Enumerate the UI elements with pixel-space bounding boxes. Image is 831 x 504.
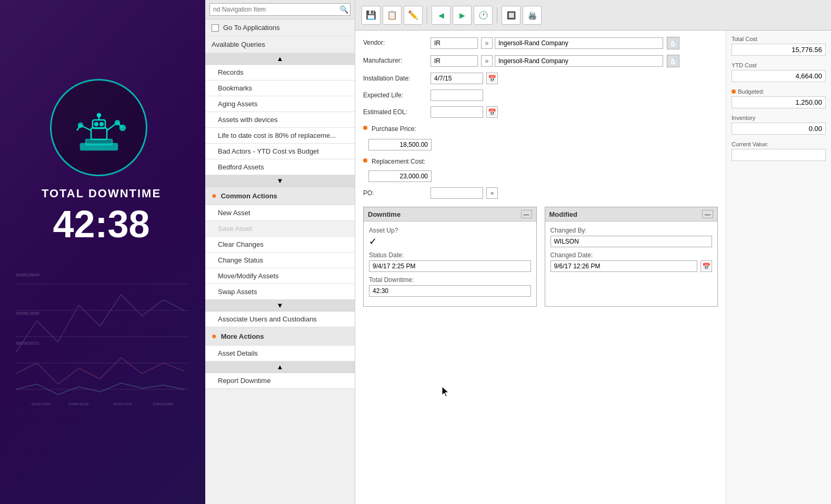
nav-item-go-to-applications[interactable]: Go To Applications [205, 19, 355, 36]
changed-date-input[interactable] [550, 260, 698, 272]
chevron-up-icon-3: ▲ [277, 363, 284, 371]
purchase-price-input[interactable] [368, 139, 432, 150]
navigation-panel: 🔍 Go To Applications Available Queries ▲… [205, 0, 355, 504]
nav-item-new-asset[interactable]: New Asset [205, 205, 355, 221]
purchase-price-label: Purchase Price: [372, 123, 416, 133]
copy-button[interactable]: 📋 [383, 6, 402, 25]
downtime-panel-collapse-button[interactable]: — [521, 210, 532, 218]
svg-point-11 [95, 123, 98, 126]
budgeted-label: Budgeted: [738, 88, 764, 95]
expected-life-input[interactable] [430, 89, 483, 101]
svg-text:01150.27319: 01150.27319 [32, 402, 51, 406]
go-to-applications-label: Go To Applications [223, 24, 279, 32]
nav-item-records[interactable]: Records [205, 65, 355, 80]
expected-life-row: Expected Life: [363, 89, 718, 101]
history-button[interactable]: 🕐 [474, 6, 493, 25]
manufacturer-code-input[interactable] [430, 55, 478, 67]
print-button[interactable]: 🖨️ [523, 6, 542, 25]
scroll-up-btn[interactable]: ▲ [205, 53, 355, 65]
budgeted-required-dot [732, 89, 736, 94]
nav-search-icon[interactable]: 🔍 [339, 5, 348, 14]
vendor-row: Vendor: » 📄 [363, 37, 718, 49]
manufacturer-lookup-button[interactable]: » [481, 55, 493, 67]
vendor-name-input[interactable] [495, 37, 663, 49]
copy-icon: 📋 [387, 10, 397, 20]
chevron-down-icon-2: ▼ [277, 301, 284, 309]
checkbox-go-to-applications[interactable] [212, 24, 219, 32]
robot-circle [50, 79, 147, 176]
nav-section-more-actions: ● More Actions [205, 327, 355, 346]
nav-item-bookmarks[interactable]: Bookmarks [205, 80, 355, 96]
available-queries-label: Available Queries [212, 41, 265, 48]
nav-item-move-modify[interactable]: Move/Modify Assets [205, 268, 355, 284]
svg-text:63150.27319: 63150.27319 [113, 402, 132, 406]
status-date-input[interactable] [369, 260, 531, 272]
installation-date-calendar-button[interactable]: 📅 [486, 73, 498, 84]
chevron-up-icon: ▲ [277, 55, 284, 63]
total-downtime-input[interactable] [369, 285, 531, 297]
total-cost-section: Total Cost [732, 36, 826, 56]
replacement-cost-input[interactable] [368, 170, 432, 182]
vendor-lookup-button[interactable]: » [481, 37, 493, 49]
nav-item-swap-assets[interactable]: Swap Assets [205, 284, 355, 300]
nav-item-aging-assets[interactable]: Aging Assets [205, 96, 355, 112]
nav-search-container: 🔍 [205, 0, 355, 19]
main-panel: 💾 📋 ✏️ ◀ ▶ 🕐 🔲 🖨️ Vendor [355, 0, 831, 504]
nav-item-bad-actors[interactable]: Bad Actors - YTD Cost vs Budget [205, 144, 355, 159]
nav-search-input[interactable] [209, 3, 351, 16]
vendor-doc-button[interactable]: 📄 [667, 37, 679, 49]
bedford-assets-label: Bedford Assets [218, 163, 264, 171]
nav-item-assets-with-devices[interactable]: Assets with devices [205, 112, 355, 128]
common-actions-label: Common Actions [221, 192, 277, 200]
nav-item-available-queries[interactable]: Available Queries [205, 36, 355, 53]
manufacturer-doc-button[interactable]: 📄 [667, 55, 679, 67]
budgeted-input[interactable] [732, 96, 826, 108]
total-cost-input[interactable] [732, 44, 826, 56]
scroll-down-btn-1[interactable]: ▼ [205, 175, 355, 187]
current-value-input[interactable] [732, 149, 826, 161]
nav-item-change-status[interactable]: Change Status [205, 253, 355, 268]
modified-panel-content: Changed By: Changed Date: 📅 [545, 221, 718, 281]
ytd-cost-input[interactable] [732, 70, 826, 82]
save-button[interactable]: 💾 [362, 6, 381, 25]
estimated-eol-input[interactable] [430, 106, 483, 118]
asset-up-label: Asset Up? [369, 227, 531, 234]
nav-item-report-downtime[interactable]: Report Downtime [205, 373, 355, 389]
vendor-code-input[interactable] [430, 37, 478, 49]
status-date-label: Status Date: [369, 251, 531, 259]
manufacturer-doc-icon: 📄 [670, 58, 676, 64]
bad-actors-label: Bad Actors - YTD Cost vs Budget [218, 147, 319, 155]
forward-button[interactable]: ▶ [453, 6, 472, 25]
form-area: Vendor: » 📄 Manufacturer: » [355, 31, 726, 504]
changed-by-input[interactable] [550, 236, 713, 247]
scroll-down-btn-2[interactable]: ▼ [205, 300, 355, 311]
asset-details-label: Asset Details [218, 349, 258, 357]
modified-panel: Modified — Changed By: Changed Date: [545, 207, 718, 307]
svg-text:619902.93345: 619902.93345 [16, 273, 39, 277]
new-asset-label: New Asset [218, 209, 250, 217]
manufacturer-name-input[interactable] [495, 55, 663, 67]
po-lookup-button[interactable]: » [486, 187, 498, 199]
nav-item-associate-users[interactable]: Associate Users and Custodians [205, 311, 355, 327]
move-modify-label: Move/Modify Assets [218, 272, 279, 280]
associate-users-label: Associate Users and Custodians [218, 315, 317, 323]
changed-date-calendar-button[interactable]: 📅 [700, 260, 712, 272]
nav-item-life-to-date[interactable]: Life to date cost is 80% of replaceme... [205, 128, 355, 144]
edit-button[interactable]: ✏️ [404, 6, 423, 25]
po-input[interactable] [430, 187, 483, 199]
common-actions-bullet: ● [212, 191, 217, 200]
svg-point-14 [97, 114, 101, 117]
total-downtime-label: Total Downtime: [369, 276, 531, 284]
estimated-eol-calendar-button[interactable]: 📅 [486, 106, 498, 118]
modified-panel-collapse-button[interactable]: — [702, 210, 713, 218]
changed-by-label: Changed By: [550, 227, 713, 234]
installation-date-input[interactable] [430, 73, 483, 84]
nav-item-asset-details[interactable]: Asset Details [205, 346, 355, 361]
back-button[interactable]: ◀ [432, 6, 450, 25]
inventory-input[interactable] [732, 123, 826, 135]
replacement-cost-required-dot [363, 158, 367, 163]
nav-item-clear-changes[interactable]: Clear Changes [205, 237, 355, 253]
apps-button[interactable]: 🔲 [502, 6, 520, 25]
nav-item-bedford-assets[interactable]: Bedford Assets [205, 159, 355, 175]
scroll-up-btn-3[interactable]: ▲ [205, 361, 355, 373]
